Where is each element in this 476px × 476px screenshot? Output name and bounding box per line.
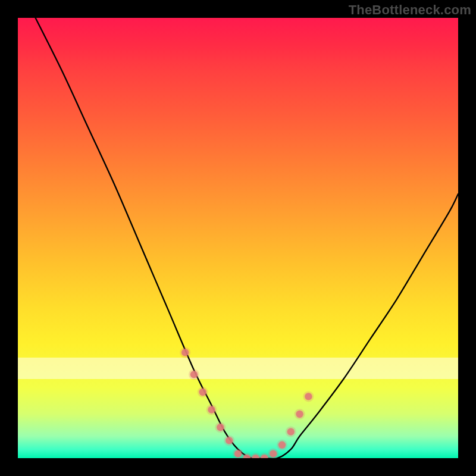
curve-line	[36, 18, 458, 458]
marker-point	[226, 437, 233, 444]
marker-point	[190, 371, 198, 378]
marker-point	[278, 441, 286, 449]
bottleneck-curve	[36, 18, 458, 458]
plot-area	[18, 18, 458, 458]
marker-point	[296, 411, 303, 418]
highlighted-points	[180, 347, 314, 458]
chart-svg	[18, 18, 458, 458]
marker-point	[217, 424, 224, 431]
marker-point	[287, 428, 295, 435]
marker-point	[208, 406, 215, 413]
chart-frame: TheBottleneck.com	[0, 0, 476, 476]
marker-point	[181, 349, 189, 356]
marker-point	[234, 450, 242, 457]
marker-point	[270, 450, 277, 457]
marker-point	[199, 389, 206, 396]
watermark-text: TheBottleneck.com	[349, 2, 471, 18]
marker-point	[305, 393, 312, 400]
